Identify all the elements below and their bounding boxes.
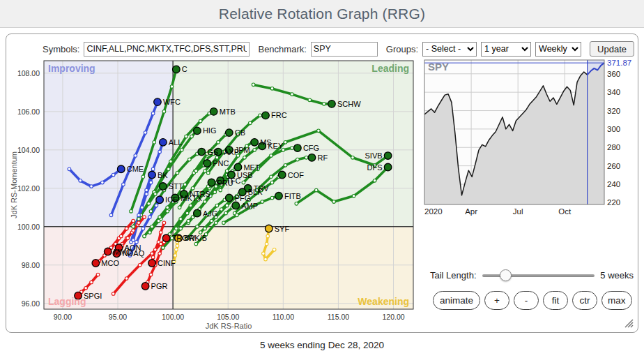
- rrg-chart[interactable]: CMTBFRCHIGCBMSKEYCFGRFSIVBDFSCOFFITBSCHW…: [9, 55, 427, 334]
- rrg-label-CME: CME: [127, 165, 144, 173]
- rrg-label-PRU: PRU: [217, 179, 233, 187]
- groups-select[interactable]: - Select -: [422, 42, 477, 57]
- benchmark-mini-chart: SPY220240260280300320340360371.872020Apr…: [419, 57, 634, 225]
- rrg-label-AJG: AJG: [203, 209, 217, 218]
- rrg-dot-CFG[interactable]: [294, 144, 302, 152]
- rrg-dot-TROW[interactable]: [162, 234, 170, 242]
- spy-y-ticks: 220240260280300320340360371.87: [607, 59, 631, 207]
- rrg-dot-CINF[interactable]: [148, 260, 156, 267]
- benchmark-input[interactable]: [311, 42, 378, 57]
- rrg-dot-RF[interactable]: [308, 154, 316, 162]
- svg-text:106.00: 106.00: [17, 107, 40, 116]
- rrg-app-panel: Symbols: Benchmark: Groups: - Select - 1…: [6, 33, 638, 333]
- rrg-label-ALL: ALL: [169, 138, 183, 147]
- svg-text:320: 320: [607, 107, 620, 115]
- rrg-dot-PNC[interactable]: [204, 160, 211, 167]
- rrg-label-HIG: HIG: [203, 126, 217, 135]
- rrg-label-NDAQ: NDAQ: [122, 249, 144, 258]
- svg-text:2020: 2020: [424, 207, 443, 216]
- rrg-dot-MCO[interactable]: [92, 260, 100, 267]
- rrg-dot-BK[interactable]: [148, 171, 156, 179]
- svg-text:115.00: 115.00: [328, 313, 349, 321]
- resize-grip-icon[interactable]: [623, 318, 634, 328]
- svg-text:360: 360: [607, 70, 620, 78]
- rrg-dot-HIG[interactable]: [194, 127, 201, 135]
- rrg-dot-SIVB[interactable]: [384, 152, 392, 160]
- rrg-dot-PRU[interactable]: [208, 179, 215, 186]
- rrg-dot-STT[interactable]: [160, 183, 167, 191]
- rrg-dot-CME[interactable]: [117, 165, 125, 173]
- rrg-label-ICE: ICE: [165, 195, 178, 204]
- svg-text:108.00: 108.00: [17, 69, 40, 77]
- rrg-label-SCHW: SCHW: [337, 100, 361, 108]
- rrg-label-SIVB: SIVB: [365, 151, 383, 160]
- rrg-dot-AJG[interactable]: [194, 209, 201, 217]
- rrg-dot-ICE[interactable]: [156, 196, 164, 204]
- max-button[interactable]: max: [601, 291, 632, 310]
- fit-button[interactable]: fit: [543, 291, 568, 310]
- svg-text:90.00: 90.00: [54, 313, 72, 321]
- zoom-in-button[interactable]: +: [484, 291, 509, 310]
- rrg-dot-C[interactable]: [173, 66, 181, 73]
- svg-text:105.00: 105.00: [217, 313, 239, 321]
- rrg-dot-SCHW[interactable]: [328, 100, 336, 108]
- svg-text:280: 280: [607, 143, 620, 151]
- animate-button[interactable]: animate: [433, 291, 480, 310]
- rrg-dot-WFC[interactable]: [154, 98, 162, 106]
- svg-text:104.00: 104.00: [17, 146, 40, 154]
- rrg-dot-MET[interactable]: [234, 163, 242, 171]
- rrg-dot-COF[interactable]: [278, 171, 286, 179]
- svg-text:96.00: 96.00: [22, 299, 40, 308]
- rrg-dot-ALL[interactable]: [160, 139, 167, 147]
- rrg-y-axis-title: JdK RS-Momentum: [10, 151, 18, 218]
- groups-label: Groups:: [386, 44, 418, 54]
- svg-text:Weakening: Weakening: [358, 296, 409, 307]
- rrg-dot-GS[interactable]: [198, 148, 206, 156]
- rrg-label-PGR: PGR: [151, 282, 168, 290]
- svg-text:120.00: 120.00: [382, 313, 404, 321]
- rrg-dot-SYF[interactable]: [265, 225, 273, 232]
- period-select[interactable]: 1 year: [481, 42, 531, 57]
- symbols-input[interactable]: [84, 42, 250, 57]
- rrg-dot-MTB[interactable]: [210, 108, 217, 116]
- svg-text:100.00: 100.00: [162, 313, 184, 321]
- rrg-dot-FITB[interactable]: [275, 193, 283, 200]
- rrg-label-BRK/B: BRK/B: [184, 234, 207, 242]
- rrg-dot-AMP[interactable]: [232, 202, 240, 209]
- tail-length-control: Tail Length: 5 weeks: [430, 270, 634, 281]
- interval-select[interactable]: Weekly: [535, 42, 581, 57]
- tail-length-label: Tail Length:: [430, 270, 477, 281]
- svg-text:Leading: Leading: [371, 63, 409, 74]
- center-button[interactable]: ctr: [572, 291, 597, 310]
- rrg-label-SPGI: SPGI: [84, 292, 102, 300]
- rrg-label-DFS: DFS: [367, 163, 383, 172]
- rrg-label-JPM: JPM: [235, 146, 250, 154]
- rrg-dot-PFG[interactable]: [225, 194, 233, 202]
- rrg-label-CINF: CINF: [158, 259, 176, 267]
- rrg-label-SYF: SYF: [275, 225, 290, 233]
- svg-text:260: 260: [607, 162, 620, 170]
- rrg-label-AMP: AMP: [241, 202, 258, 210]
- date-caption: 5 weeks ending Dec 28, 2020: [0, 340, 644, 350]
- tail-length-slider[interactable]: [482, 274, 595, 277]
- rrg-dot-FRC[interactable]: [262, 112, 270, 119]
- rrg-label-KEY: KEY: [268, 142, 284, 150]
- svg-text:Improving: Improving: [48, 63, 95, 74]
- rrg-dot-DFS[interactable]: [384, 163, 392, 171]
- rrg-dot-MS[interactable]: [251, 139, 259, 147]
- svg-text:Apr: Apr: [465, 207, 477, 216]
- quadrant-leading: [173, 61, 413, 227]
- rrg-dot-CB[interactable]: [225, 129, 233, 137]
- update-button[interactable]: Update: [590, 41, 634, 57]
- rrg-dot-MMC[interactable]: [104, 248, 112, 255]
- rrg-label-WFC: WFC: [163, 98, 181, 106]
- rrg-label-RF: RF: [317, 154, 328, 162]
- svg-text:98.00: 98.00: [22, 261, 40, 269]
- tail-length-slider-handle[interactable]: [500, 269, 512, 281]
- rrg-dot-PGR[interactable]: [141, 283, 149, 290]
- svg-text:100.00: 100.00: [17, 223, 40, 231]
- rrg-label-PNC: PNC: [213, 159, 229, 167]
- rrg-label-MCO: MCO: [101, 259, 119, 267]
- rrg-label-MKTX: MKTX: [181, 194, 202, 202]
- zoom-out-button[interactable]: -: [514, 291, 539, 310]
